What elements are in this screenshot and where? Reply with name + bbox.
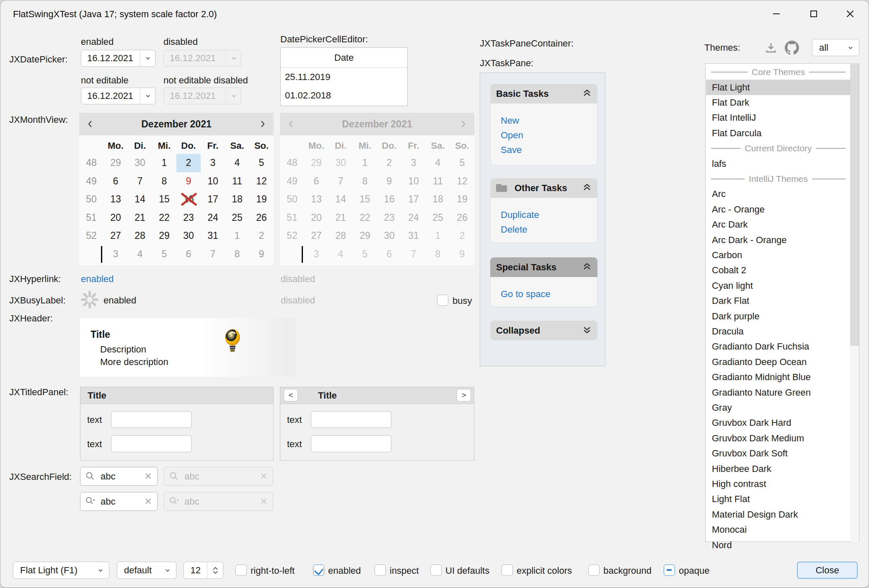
day-cell[interactable]: 29: [152, 227, 176, 245]
day-cell[interactable]: 1: [152, 154, 176, 172]
maximize-button[interactable]: [801, 5, 827, 23]
theme-item[interactable]: High contrast: [706, 477, 851, 492]
themes-list[interactable]: Core ThemesFlat LightFlat DarkFlat Intel…: [705, 63, 859, 542]
monthview-enabled[interactable]: Dezember 2021Mo.Di.Mi.Do.Fr.Sa.So.482930…: [79, 113, 274, 265]
scrollbar-thumb[interactable]: [850, 64, 859, 346]
inspect-checkbox[interactable]: [375, 565, 386, 576]
task-link-delete[interactable]: Delete: [501, 224, 528, 235]
themes-filter-combo[interactable]: all: [812, 39, 859, 56]
day-cell[interactable]: 9: [176, 172, 201, 191]
theme-item[interactable]: Nord: [706, 537, 851, 552]
theme-item[interactable]: Material Design Dark: [706, 507, 851, 522]
hyperlink-enabled[interactable]: enabled: [81, 274, 114, 285]
table-row[interactable]: 01.02.2018: [281, 86, 407, 105]
day-cell[interactable]: 25: [225, 209, 249, 227]
text-input[interactable]: [111, 411, 191, 428]
day-cell[interactable]: 7: [201, 245, 225, 264]
day-cell[interactable]: 24: [201, 209, 225, 227]
day-cell[interactable]: 16: [176, 190, 201, 209]
taskpane-header[interactable]: Basic Tasks: [490, 84, 597, 104]
theme-item[interactable]: Dracula: [706, 324, 851, 339]
theme-item[interactable]: Monocai: [706, 522, 851, 537]
enabled-checkbox[interactable]: [313, 565, 324, 576]
chevron-down-icon[interactable]: [140, 50, 155, 66]
panel-nav-right-button[interactable]: >: [457, 389, 471, 401]
day-cell[interactable]: 17: [201, 190, 225, 209]
theme-item[interactable]: Gradianto Nature Green: [706, 385, 851, 400]
date-table[interactable]: Date 25.11.201901.02.2018: [280, 47, 408, 106]
chevron-double-up-icon[interactable]: [582, 183, 592, 193]
datepicker-enabled[interactable]: 16.12.2021: [81, 50, 155, 67]
background-checkbox[interactable]: [588, 565, 600, 576]
task-link-duplicate[interactable]: Duplicate: [501, 210, 539, 220]
clear-icon[interactable]: ✕: [145, 471, 152, 482]
download-icon[interactable]: [765, 41, 777, 56]
chevron-double-up-icon[interactable]: [582, 262, 592, 272]
theme-item[interactable]: Gruvbox Dark Medium: [706, 431, 851, 446]
theme-item[interactable]: Arc Dark: [706, 217, 851, 232]
day-cell[interactable]: 27: [103, 227, 128, 245]
day-cell[interactable]: 5: [249, 154, 274, 172]
theme-item[interactable]: Flat Light: [706, 80, 851, 95]
day-cell[interactable]: 3: [103, 245, 128, 264]
day-cell[interactable]: 2: [176, 154, 201, 172]
chevron-double-up-icon[interactable]: [582, 89, 592, 99]
day-cell[interactable]: 19: [249, 190, 274, 209]
busy-checkbox[interactable]: [437, 295, 448, 306]
theme-item[interactable]: Arc - Orange: [706, 202, 851, 217]
theme-item[interactable]: Flat Darcula: [706, 126, 851, 141]
day-cell[interactable]: 4: [225, 154, 249, 172]
next-month-icon[interactable]: [258, 119, 267, 129]
day-cell[interactable]: 9: [249, 245, 274, 264]
theme-item[interactable]: Dark Flat: [706, 293, 851, 308]
search-field-enabled[interactable]: abc ✕: [80, 467, 158, 486]
theme-item[interactable]: Gradianto Dark Fuchsia: [706, 339, 851, 354]
theme-item[interactable]: Gradianto Deep Ocean: [706, 355, 851, 370]
day-cell[interactable]: 23: [176, 209, 201, 227]
theme-item[interactable]: Gruvbox Dark Soft: [706, 446, 851, 461]
theme-item[interactable]: Flat IntelliJ: [706, 110, 851, 125]
theme-item[interactable]: Arc: [706, 187, 851, 202]
theme-item[interactable]: Gradianto Midnight Blue: [706, 370, 851, 385]
day-cell[interactable]: 15: [152, 190, 176, 209]
chevron-down-icon[interactable]: [140, 88, 155, 104]
day-cell[interactable]: 20: [103, 209, 128, 227]
table-row[interactable]: 25.11.2019: [281, 68, 407, 86]
text-input[interactable]: [111, 435, 191, 452]
day-cell[interactable]: 7: [128, 172, 152, 191]
day-cell[interactable]: 10: [201, 172, 225, 191]
day-cell[interactable]: 8: [152, 172, 176, 191]
task-link-new[interactable]: New: [501, 115, 519, 126]
github-icon[interactable]: [785, 41, 799, 57]
clear-icon[interactable]: ✕: [145, 496, 152, 507]
text-input[interactable]: [311, 411, 391, 428]
day-cell[interactable]: 8: [225, 245, 249, 264]
minimize-button[interactable]: [763, 5, 789, 23]
day-cell[interactable]: 14: [128, 190, 152, 209]
prev-month-icon[interactable]: [86, 119, 95, 129]
day-cell[interactable]: 4: [128, 245, 152, 264]
taskpane-header[interactable]: Special Tasks: [490, 257, 597, 277]
theme-item[interactable]: Gray: [706, 400, 851, 415]
day-cell[interactable]: 28: [128, 227, 152, 245]
close-button[interactable]: Close: [797, 562, 858, 579]
theme-item[interactable]: Cyan light: [706, 278, 851, 293]
chevron-double-down-icon[interactable]: [582, 326, 592, 336]
day-cell[interactable]: 6: [103, 172, 128, 191]
date-column-header[interactable]: Date: [281, 48, 407, 68]
day-cell[interactable]: 21: [128, 209, 152, 227]
day-cell[interactable]: 2: [249, 227, 274, 245]
variant-combo[interactable]: default: [117, 562, 176, 579]
font-size-spinner[interactable]: 12: [184, 562, 223, 579]
day-cell[interactable]: 26: [249, 209, 274, 227]
day-cell[interactable]: 6: [176, 245, 201, 264]
day-cell[interactable]: 13: [103, 190, 128, 209]
datepicker-not-editable[interactable]: 16.12.2021: [81, 88, 155, 104]
right-to-left-checkbox[interactable]: [235, 565, 247, 576]
panel-nav-left-button[interactable]: <: [284, 389, 298, 401]
day-cell[interactable]: 22: [152, 209, 176, 227]
theme-item[interactable]: Light Flat: [706, 492, 851, 507]
spinner-arrows-icon[interactable]: [207, 562, 223, 578]
day-cell[interactable]: 18: [225, 190, 249, 209]
day-cell[interactable]: 30: [176, 227, 201, 245]
